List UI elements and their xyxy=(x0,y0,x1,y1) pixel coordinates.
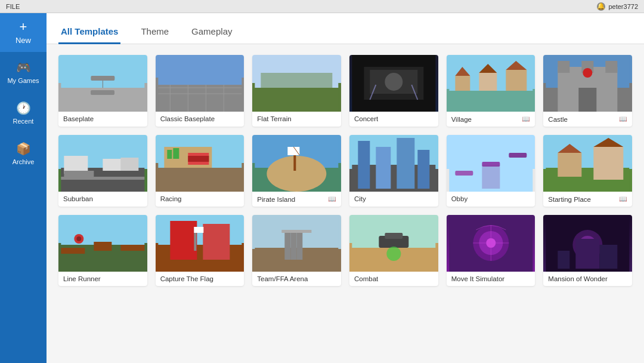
template-label-line-runner: Line Runner xyxy=(58,272,147,286)
svg-rect-58 xyxy=(358,141,370,189)
svg-rect-5 xyxy=(158,85,242,112)
template-card-combat[interactable]: Combat xyxy=(349,215,438,286)
template-card-flat-terrain[interactable]: Flat Terrain xyxy=(252,55,341,127)
template-name-city: City xyxy=(354,195,366,202)
template-card-village[interactable]: Village📖 xyxy=(447,55,535,127)
svg-rect-27 xyxy=(506,70,527,91)
svg-rect-71 xyxy=(594,147,624,180)
svg-rect-32 xyxy=(558,61,570,73)
template-thumb-mansion xyxy=(543,215,632,272)
svg-rect-107 xyxy=(558,251,570,269)
template-card-racing[interactable]: Racing xyxy=(156,135,244,207)
template-thumb-move-it xyxy=(447,215,535,272)
file-menu[interactable]: FILE xyxy=(6,3,20,10)
book-icon: 📖 xyxy=(522,115,530,123)
svg-point-79 xyxy=(76,236,81,241)
template-label-combat: Combat xyxy=(349,272,438,286)
svg-rect-4 xyxy=(158,55,242,85)
tabs-bar: All Templates Theme Gameplay xyxy=(47,13,644,44)
tab-all-templates[interactable]: All Templates xyxy=(58,20,120,44)
svg-point-36 xyxy=(583,68,593,78)
template-name-village: Village xyxy=(451,116,472,123)
template-card-line-runner[interactable]: Line Runner xyxy=(58,215,147,286)
template-name-combat: Combat xyxy=(354,275,378,282)
svg-rect-82 xyxy=(170,221,197,260)
template-card-capture-flag[interactable]: Capture The Flag xyxy=(156,215,244,286)
svg-rect-34 xyxy=(606,61,618,73)
sidebar-item-label: Recent xyxy=(13,118,34,125)
svg-rect-89 xyxy=(291,230,297,260)
template-card-mansion[interactable]: Mansion of Wonder xyxy=(543,215,632,286)
template-name-capture-flag: Capture The Flag xyxy=(160,275,213,282)
template-card-suburban[interactable]: Suburban xyxy=(58,135,147,207)
svg-rect-108 xyxy=(600,245,618,269)
svg-rect-45 xyxy=(158,168,242,192)
template-thumb-village xyxy=(447,55,535,112)
username: peter3772 xyxy=(608,3,638,10)
svg-rect-23 xyxy=(455,76,470,91)
template-label-team-ffa: Team/FFA Arena xyxy=(252,272,341,286)
template-label-flat-terrain: Flat Terrain xyxy=(252,112,341,126)
template-name-team-ffa: Team/FFA Arena xyxy=(257,275,308,282)
template-label-mansion: Mansion of Wonder xyxy=(543,272,632,286)
book-icon: 📖 xyxy=(619,195,627,203)
svg-rect-48 xyxy=(173,148,179,159)
template-name-baseplate: Baseplate xyxy=(63,115,94,122)
template-thumb-starting-place xyxy=(543,135,632,192)
template-grid: Baseplate Classic Baseplate Flat Terrain… xyxy=(58,55,632,286)
user-avatar-icon: 🔔 xyxy=(597,2,605,11)
template-thumb-suburban xyxy=(58,135,147,192)
template-card-castle[interactable]: Castle📖 xyxy=(543,55,632,127)
template-label-castle: Castle📖 xyxy=(543,112,632,127)
template-thumb-capture-flag xyxy=(156,215,244,272)
template-label-obby: Obby xyxy=(447,192,535,206)
sidebar: + New 🎮 My Games 🕐 Recent 📦 Archive xyxy=(0,0,47,363)
svg-rect-60 xyxy=(397,138,414,189)
user-section: 🔔 peter3772 xyxy=(597,2,638,11)
recent-icon: 🕐 xyxy=(16,101,31,115)
sidebar-item-archive[interactable]: 📦 Archive xyxy=(0,133,47,174)
template-card-obby[interactable]: Obby xyxy=(447,135,535,207)
template-name-suburban: Suburban xyxy=(63,195,93,202)
template-card-starting-place[interactable]: Starting Place📖 xyxy=(543,135,632,207)
template-label-village: Village📖 xyxy=(447,112,535,127)
template-label-classic-baseplate: Classic Baseplate xyxy=(156,112,244,126)
svg-rect-41 xyxy=(64,171,94,180)
template-label-baseplate: Baseplate xyxy=(58,112,147,126)
template-thumb-baseplate xyxy=(58,55,147,112)
template-name-racing: Racing xyxy=(160,195,182,202)
svg-rect-47 xyxy=(167,150,172,159)
template-name-starting-place: Starting Place xyxy=(548,196,591,203)
template-card-move-it[interactable]: Move It Simulator xyxy=(447,215,535,286)
svg-rect-1 xyxy=(61,88,144,112)
template-name-castle: Castle xyxy=(548,116,568,123)
template-card-classic-baseplate[interactable]: Classic Baseplate xyxy=(156,55,244,127)
sidebar-item-my-games[interactable]: 🎮 My Games xyxy=(0,52,47,93)
template-card-baseplate[interactable]: Baseplate xyxy=(58,55,147,127)
template-label-suburban: Suburban xyxy=(58,192,147,206)
template-card-pirate-island[interactable]: Pirate Island📖 xyxy=(252,135,341,207)
template-thumb-racing xyxy=(156,135,244,192)
template-thumb-combat xyxy=(349,215,438,272)
sidebar-item-recent[interactable]: 🕐 Recent xyxy=(0,93,47,133)
template-thumb-team-ffa xyxy=(252,215,341,272)
template-card-city[interactable]: City xyxy=(349,135,438,207)
tab-theme[interactable]: Theme xyxy=(138,20,171,44)
template-name-obby: Obby xyxy=(451,195,468,202)
template-thumb-line-runner xyxy=(58,215,147,272)
svg-rect-83 xyxy=(203,224,230,260)
template-card-concert[interactable]: Concert xyxy=(349,55,438,127)
svg-rect-35 xyxy=(579,88,597,112)
book-icon: 📖 xyxy=(619,115,627,123)
new-button[interactable]: + New xyxy=(0,13,47,52)
template-thumb-castle xyxy=(543,55,632,112)
svg-rect-76 xyxy=(94,242,112,251)
template-name-pirate-island: Pirate Island xyxy=(257,196,295,203)
template-label-move-it: Move It Simulator xyxy=(447,272,535,286)
tab-gameplay[interactable]: Gameplay xyxy=(189,20,234,44)
svg-rect-63 xyxy=(455,171,473,176)
svg-rect-14 xyxy=(261,73,333,88)
svg-rect-65 xyxy=(509,153,527,158)
template-card-team-ffa[interactable]: Team/FFA Arena xyxy=(252,215,341,286)
template-thumb-obby xyxy=(447,135,535,192)
